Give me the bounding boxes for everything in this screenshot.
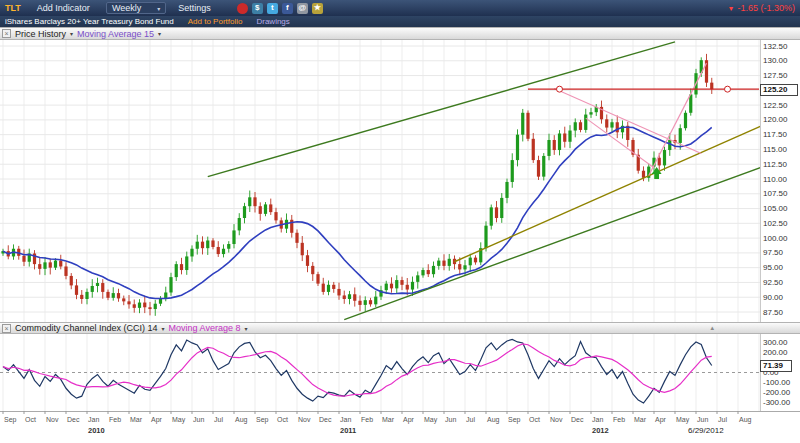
add-indicator-menu[interactable]: Add Indicator (37, 3, 90, 13)
price-overlay-label[interactable]: Moving Average 15 (77, 29, 154, 39)
chevron-down-icon[interactable]: ▾ (70, 30, 73, 37)
month-label: Jun (193, 416, 204, 423)
month-label: Oct (25, 416, 36, 423)
drawing-handle-icon[interactable] (725, 86, 731, 92)
price-axis-label: 102.50 (763, 219, 788, 228)
add-to-portfolio-link[interactable]: Add to Portfolio (188, 17, 243, 26)
price-axis-label: 87.50 (763, 308, 784, 317)
upper-channel-line[interactable] (208, 42, 675, 177)
drawings[interactable] (208, 42, 770, 320)
month-label: Mar (634, 416, 647, 423)
month-label: Jan (340, 416, 351, 423)
price-panel-header: × Price History ▾ Moving Average 15 ▾ (0, 27, 800, 40)
settings-menu[interactable]: Settings (178, 3, 211, 13)
price-axis-label: 105.00 (763, 204, 788, 213)
interval-value: Weekly (112, 3, 141, 13)
chevron-down-icon[interactable]: ▾ (244, 325, 247, 332)
change-value: -1.65 (-1.30%) (737, 3, 795, 13)
month-label: Apr (655, 416, 667, 424)
price-chart[interactable]: 132.50130.00127.50125.00122.50120.00117.… (0, 40, 800, 322)
month-label: May (676, 416, 690, 424)
price-axis-label: 90.00 (763, 293, 784, 302)
price-axis-label: 97.50 (763, 248, 784, 257)
chevron-down-icon: ▾ (157, 5, 160, 12)
pink-rising-line[interactable] (649, 63, 707, 175)
symbol-label[interactable]: TLT (5, 3, 21, 13)
price-axis-label: 127.50 (763, 71, 788, 80)
cci-panel-title[interactable]: Commodity Channel Index (CCI) 14 (15, 323, 158, 333)
month-label: Feb (109, 416, 121, 423)
cci-axis-label: 200.00 (763, 348, 788, 357)
cci-line (3, 339, 712, 403)
month-label: Feb (361, 416, 373, 423)
price-axis-label: 120.00 (763, 115, 788, 124)
cci-axis-label: -200.00 (763, 388, 791, 397)
ma15-line (3, 127, 712, 298)
buy-arrow[interactable] (652, 167, 662, 179)
month-label: Sep (256, 416, 269, 424)
collapse-panel-icon[interactable]: ▴ (710, 324, 714, 332)
price-panel-title[interactable]: Price History (15, 29, 66, 39)
month-label: Dec (67, 416, 80, 423)
close-price-panel-button[interactable]: × (2, 29, 11, 38)
price-axis-label: 95.00 (763, 263, 784, 272)
month-label: Mar (382, 416, 395, 423)
month-label: Jul (466, 416, 475, 423)
last-price-box: 125.20 (760, 84, 798, 96)
cci-chart[interactable]: 300.00200.00100.000.00-100.00-200.00-300… (0, 334, 800, 411)
month-label: Jul (214, 416, 223, 423)
year-label: 2011 (340, 426, 356, 435)
change-down-icon: ▼ (728, 5, 735, 12)
month-label: Sep (4, 416, 17, 424)
month-label: Jan (592, 416, 603, 423)
twitter-icon[interactable]: t (267, 3, 278, 14)
stocktwits-icon[interactable]: $ (252, 3, 263, 14)
chevron-down-icon[interactable]: ▾ (158, 30, 161, 37)
symbol-subbar: iShares Barclays 20+ Year Treasury Bond … (0, 16, 800, 27)
price-axis-label: 107.50 (763, 189, 788, 198)
price-axis-label: 122.50 (763, 101, 788, 110)
toolbar-icons: $tf@★ (237, 3, 323, 14)
charting-app: TLT Add Indicator Weekly ▾ Settings $tf@… (0, 0, 800, 443)
month-label: Oct (529, 416, 540, 423)
price-axis-label: 110.00 (763, 175, 787, 184)
drawing-handle-icon[interactable] (557, 86, 563, 92)
drawings-menu[interactable]: Drawings (256, 17, 289, 26)
cci-overlay-label[interactable]: Moving Average 8 (169, 323, 241, 333)
month-label: Jan (88, 416, 99, 423)
chevron-down-icon[interactable]: ▾ (162, 325, 165, 332)
email-icon[interactable]: @ (297, 3, 308, 14)
price-axis-label: 132.50 (763, 42, 788, 51)
close-cci-panel-button[interactable]: × (2, 324, 11, 333)
cci-panel-header: × Commodity Channel Index (CCI) 14 ▾ Mov… (0, 322, 800, 334)
month-label: Aug (235, 416, 248, 424)
fund-name-label: iShares Barclays 20+ Year Treasury Bond … (5, 17, 174, 26)
month-label: Aug (739, 416, 752, 424)
month-label: Apr (403, 416, 415, 424)
year-label: 2010 (88, 426, 105, 435)
month-label: Oct (277, 416, 288, 423)
facebook-icon[interactable]: f (282, 3, 293, 14)
interval-dropdown[interactable]: Weekly ▾ (106, 2, 166, 14)
price-change: ▼ -1.65 (-1.30%) (728, 3, 795, 13)
time-axis: SepOctNovDecJanFebMarAprMayJunJulAugSepO… (0, 411, 800, 443)
year-label: 2012 (592, 426, 609, 435)
month-label: Jun (445, 416, 456, 423)
month-label: Jun (697, 416, 708, 423)
alert-icon[interactable] (237, 3, 248, 14)
month-label: Dec (571, 416, 584, 423)
month-label: May (172, 416, 186, 424)
price-axis-label: 115.00 (763, 145, 787, 154)
favorites-icon[interactable]: ★ (312, 3, 323, 14)
month-label: Dec (319, 416, 332, 423)
axis-date-label: 6/29/2012 (688, 426, 724, 435)
price-axis-label: 112.50 (763, 160, 787, 169)
lower-channel-line[interactable] (344, 164, 769, 319)
top-toolbar: TLT Add Indicator Weekly ▾ Settings $tf@… (0, 0, 800, 16)
price-axis-label: 100.00 (763, 234, 788, 243)
month-label: Feb (613, 416, 625, 423)
cci-ma-line (3, 344, 712, 396)
price-grid (0, 40, 760, 322)
month-label: Aug (487, 416, 500, 424)
pink-wedge-lower[interactable] (586, 118, 654, 168)
